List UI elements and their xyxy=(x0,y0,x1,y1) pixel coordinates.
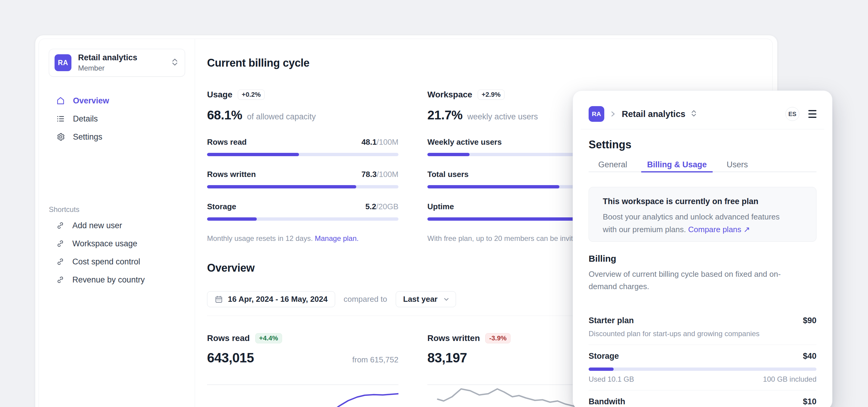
trend-down-badge: -3.9% xyxy=(485,333,510,343)
billing-item-storage: Storage $40 Used 10.1 GB 100 GB included xyxy=(589,345,816,390)
workspace-switcher[interactable]: RA Retail analytics Member xyxy=(49,49,185,76)
usage-caption: of allowed capacity xyxy=(247,112,316,122)
price: $90 xyxy=(803,316,816,325)
overview-title: Overview xyxy=(207,262,255,274)
billing-item-subtitle: Discounted plan for start-ups and growin… xyxy=(589,330,816,338)
sidebar-item-label: Overview xyxy=(73,96,109,105)
workspace-avatar: RA xyxy=(55,54,71,71)
billing-items: Starter plan $90 Discounted plan for sta… xyxy=(589,309,816,407)
sidebar-item-label: Settings xyxy=(73,132,102,142)
notice-body: Boost your analytics and unlock advanced… xyxy=(603,211,796,236)
workspace-label: Workspace xyxy=(427,90,472,99)
notice-title: This workspace is currently on free plan xyxy=(603,197,802,206)
shortcut-label: Workspace usage xyxy=(72,239,137,248)
stat-rows-read: Rows read +4.4% 643,015 from 615,752 xyxy=(207,332,398,407)
shortcuts-list: Add new user Workspace usage Cost spend … xyxy=(49,216,185,289)
home-icon xyxy=(56,96,65,105)
arrow-up-right-icon: ↗ xyxy=(744,225,750,234)
trend-up-badge: +4.4% xyxy=(255,333,282,343)
breadcrumb-workspace-avatar[interactable]: RA xyxy=(589,106,604,122)
shortcut-label: Cost spend control xyxy=(72,257,140,267)
link-icon xyxy=(56,221,64,230)
calendar-icon xyxy=(215,295,223,304)
breadcrumb-workspace-name[interactable]: Retail analytics xyxy=(622,109,685,119)
tab-billing-usage[interactable]: Billing & Usage xyxy=(641,158,713,171)
sidebar-item-settings[interactable]: Settings xyxy=(49,128,185,146)
storage-included-label: 100 GB included xyxy=(763,375,816,383)
chevron-right-icon xyxy=(610,110,616,118)
sidebar-nav: Overview Details Settings xyxy=(49,92,185,146)
shortcut-cost-spend-control[interactable]: Cost spend control xyxy=(49,253,185,271)
usage-value: 68.1% xyxy=(207,108,242,122)
settings-title: Settings xyxy=(589,138,631,151)
stat-value: 643,015 xyxy=(207,350,254,366)
workspace-change-badge: +2.9% xyxy=(478,90,504,100)
date-range-value: 16 Apr, 2024 - 16 May, 2024 xyxy=(228,294,328,304)
storage-progress-bar xyxy=(589,368,816,371)
overview-controls: 16 Apr, 2024 - 16 May, 2024 compared to … xyxy=(207,291,456,307)
link-icon xyxy=(56,276,64,284)
meter-rows-written: Rows written 78.3/100M xyxy=(207,170,398,188)
page-title: Current billing cycle xyxy=(207,57,310,69)
billing-description: Overview of current billing cycle based … xyxy=(589,268,781,293)
sidebar-item-overview[interactable]: Overview xyxy=(49,92,185,110)
progress-bar xyxy=(207,185,398,188)
menu-icon[interactable] xyxy=(808,110,816,118)
shortcut-label: Add new user xyxy=(72,221,122,230)
settings-panel-header: RA Retail analytics ES xyxy=(589,106,816,122)
usage-change-badge: +0.2% xyxy=(238,90,265,100)
shortcut-revenue-by-country[interactable]: Revenue by country xyxy=(49,271,185,289)
price: $10 xyxy=(803,397,816,406)
usage-label: Usage xyxy=(207,90,232,99)
shortcut-add-new-user[interactable]: Add new user xyxy=(49,216,185,234)
rows-read-line xyxy=(322,394,398,407)
billing-item-starter-plan: Starter plan $90 Discounted plan for sta… xyxy=(589,309,816,345)
billing-heading: Billing xyxy=(589,254,616,264)
tab-users[interactable]: Users xyxy=(721,158,754,171)
stat-value: 83,197 xyxy=(427,350,467,366)
chevron-updown-icon[interactable] xyxy=(691,109,697,119)
compare-select-value: Last year xyxy=(403,294,438,304)
shortcuts-heading: Shortcuts xyxy=(49,205,79,214)
sidebar-item-details[interactable]: Details xyxy=(49,110,185,128)
workspace-role: Member xyxy=(78,64,172,72)
list-icon xyxy=(56,114,65,123)
rows-read-chart xyxy=(207,374,398,407)
gear-icon xyxy=(56,132,65,142)
progress-bar xyxy=(207,153,398,156)
price: $40 xyxy=(803,351,816,361)
link-icon xyxy=(56,239,64,248)
page: RA Retail analytics Member Overview Deta… xyxy=(0,0,868,407)
chevron-down-icon xyxy=(443,296,450,303)
shortcut-workspace-usage[interactable]: Workspace usage xyxy=(49,234,185,253)
stat-from: from 615,752 xyxy=(352,355,398,365)
shortcut-label: Revenue by country xyxy=(72,275,145,285)
compare-select[interactable]: Last year xyxy=(396,291,456,307)
sidebar: RA Retail analytics Member Overview Deta… xyxy=(38,39,195,407)
header-divider xyxy=(581,129,824,129)
date-range-picker[interactable]: 16 Apr, 2024 - 16 May, 2024 xyxy=(207,291,335,307)
tab-general[interactable]: General xyxy=(592,158,633,171)
user-avatar[interactable]: ES xyxy=(785,107,799,121)
workspace-name: Retail analytics xyxy=(78,53,172,62)
billing-item-bandwith: Bandwith $10 xyxy=(589,390,816,407)
usage-section: Usage +0.2% 68.1% of allowed capacity Ro… xyxy=(207,89,398,243)
compared-to-label: compared to xyxy=(344,294,387,304)
progress-bar xyxy=(207,217,398,221)
settings-tabs: General Billing & Usage Users xyxy=(589,158,816,172)
workspace-caption: weekly active users xyxy=(467,112,538,122)
workspace-value: 21.7% xyxy=(427,108,463,122)
storage-used-label: Used 10.1 GB xyxy=(589,375,634,383)
compare-plans-link[interactable]: Compare plans ↗ xyxy=(688,225,750,234)
usage-footer: Monthly usage resets in 12 days. Manage … xyxy=(207,234,398,243)
settings-panel: RA Retail analytics ES Settings General … xyxy=(572,90,832,407)
meter-storage: Storage 5.2/20GB xyxy=(207,202,398,221)
link-icon xyxy=(56,257,64,266)
meter-rows-read: Rows read 48.1/100M xyxy=(207,137,398,156)
chevron-updown-icon xyxy=(172,58,178,67)
free-plan-notice: This workspace is currently on free plan… xyxy=(589,187,816,242)
manage-plan-link[interactable]: Manage plan. xyxy=(315,234,359,242)
sidebar-item-label: Details xyxy=(73,114,98,124)
workspace-meta: Retail analytics Member xyxy=(78,53,172,72)
